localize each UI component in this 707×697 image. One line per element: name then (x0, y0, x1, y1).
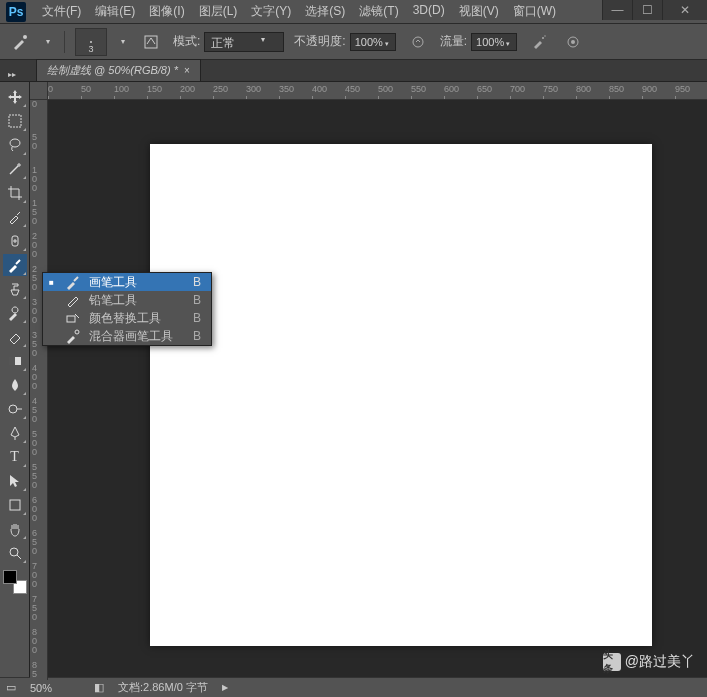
menu-view[interactable]: 视图(V) (453, 0, 505, 23)
tools-panel: T (0, 82, 30, 680)
svg-point-16 (75, 330, 79, 334)
close-button[interactable]: ✕ (662, 0, 707, 20)
foreground-color[interactable] (3, 570, 17, 584)
canvas-viewport[interactable] (48, 100, 707, 680)
marquee-tool[interactable] (3, 110, 27, 132)
zoom-tool[interactable] (3, 542, 27, 564)
panel-toggle-icon[interactable]: ▸▸ (4, 67, 20, 81)
pen-tool[interactable] (3, 422, 27, 444)
dodge-tool[interactable] (3, 398, 27, 420)
document-tab[interactable]: 绘制虚线 @ 50%(RGB/8) * × (36, 59, 201, 81)
crop-tool[interactable] (3, 182, 27, 204)
flyout-item[interactable]: 铅笔工具B (43, 291, 211, 309)
menu-bar: Ps 文件(F) 编辑(E) 图像(I) 图层(L) 文字(Y) 选择(S) 滤… (0, 0, 707, 24)
flow-label: 流量: (440, 33, 467, 50)
blend-mode-select[interactable]: 正常 ▾ (204, 32, 284, 52)
document-tab-strip: ▸▸ 绘制虚线 @ 50%(RGB/8) * × (0, 60, 707, 82)
flow-input[interactable]: 100%▾ (471, 33, 517, 51)
svg-point-4 (544, 35, 545, 36)
horizontal-ruler[interactable]: 0501001502002503003504004505005506006507… (48, 82, 707, 100)
type-tool[interactable]: T (3, 446, 27, 468)
app-logo: Ps (6, 2, 26, 22)
ruler-origin[interactable] (30, 82, 48, 100)
watermark: 头条 @路过美丫 (603, 653, 695, 671)
window-controls: — ☐ ✕ (602, 0, 707, 20)
svg-point-8 (10, 139, 20, 147)
doc-size-info: 文档:2.86M/0 字节 (118, 680, 208, 695)
tool-preset-icon[interactable] (8, 30, 32, 54)
canvas[interactable] (150, 144, 652, 646)
healing-brush-tool[interactable] (3, 230, 27, 252)
svg-rect-15 (67, 316, 75, 322)
eraser-tool[interactable] (3, 326, 27, 348)
status-bar: ▭ 50% ◧ 文档:2.86M/0 字节 ▶ (0, 677, 707, 697)
app-window: Ps 文件(F) 编辑(E) 图像(I) 图层(L) 文字(Y) 选择(S) 滤… (0, 0, 707, 697)
main-area: T 05010015020025030035040045050055060065… (0, 82, 707, 680)
brush-panel-toggle-icon[interactable] (139, 30, 163, 54)
flyout-item[interactable]: 颜色替换工具B (43, 309, 211, 327)
maximize-button[interactable]: ☐ (632, 0, 662, 20)
airbrush-icon[interactable] (527, 30, 551, 54)
mode-label: 模式: (173, 33, 200, 50)
minimize-button[interactable]: — (602, 0, 632, 20)
flyout-item[interactable]: 混合器画笔工具B (43, 327, 211, 345)
status-menu-arrow[interactable]: ▶ (222, 683, 228, 692)
svg-point-0 (23, 35, 27, 39)
menu-image[interactable]: 图像(I) (143, 0, 190, 23)
blur-tool[interactable] (3, 374, 27, 396)
menu-items: 文件(F) 编辑(E) 图像(I) 图层(L) 文字(Y) 选择(S) 滤镜(T… (36, 0, 562, 23)
vertical-ruler[interactable]: 0501001502002503003504004505005506006507… (30, 100, 48, 680)
svg-rect-11 (9, 357, 15, 365)
brush-tool[interactable] (3, 254, 27, 276)
menu-filter[interactable]: 滤镜(T) (353, 0, 404, 23)
brush-tool-flyout: ■画笔工具B铅笔工具B颜色替换工具B混合器画笔工具B (42, 272, 212, 346)
svg-rect-7 (9, 115, 21, 127)
svg-point-12 (9, 405, 17, 413)
svg-point-2 (413, 37, 423, 47)
opacity-input[interactable]: 100%▾ (350, 33, 396, 51)
menu-file[interactable]: 文件(F) (36, 0, 87, 23)
svg-point-6 (571, 40, 575, 44)
watermark-text: @路过美丫 (625, 653, 695, 671)
eyedropper-tool[interactable] (3, 206, 27, 228)
size-pressure-icon[interactable] (561, 30, 585, 54)
menu-type[interactable]: 文字(Y) (245, 0, 297, 23)
tool-preset-dropdown[interactable]: ▾ (42, 37, 54, 46)
lasso-tool[interactable] (3, 134, 27, 156)
status-info-icon[interactable]: ◧ (94, 681, 104, 694)
svg-point-3 (542, 37, 544, 39)
clone-stamp-tool[interactable] (3, 278, 27, 300)
document-tab-title: 绘制虚线 @ 50%(RGB/8) * (47, 63, 178, 78)
tab-close-icon[interactable]: × (184, 65, 190, 76)
path-selection-tool[interactable] (3, 470, 27, 492)
menu-window[interactable]: 窗口(W) (507, 0, 562, 23)
menu-edit[interactable]: 编辑(E) (89, 0, 141, 23)
zoom-level[interactable]: 50% (30, 682, 80, 694)
doc-window-icon[interactable]: ▭ (6, 681, 16, 694)
opacity-pressure-icon[interactable] (406, 30, 430, 54)
history-brush-tool[interactable] (3, 302, 27, 324)
brush-preset-dropdown[interactable]: ▾ (117, 37, 129, 46)
opacity-label: 不透明度: (294, 33, 345, 50)
shape-tool[interactable] (3, 494, 27, 516)
watermark-logo: 头条 (603, 653, 621, 671)
menu-3d[interactable]: 3D(D) (407, 0, 451, 23)
color-swatches[interactable] (3, 570, 27, 594)
workspace: 0501001502002503003504004505005506006507… (30, 82, 707, 680)
options-bar: ▾ 3 ▾ 模式: 正常 ▾ 不透明度: 100%▾ 流量: 100%▾ (0, 24, 707, 60)
hand-tool[interactable] (3, 518, 27, 540)
move-tool[interactable] (3, 86, 27, 108)
brush-preset-picker[interactable]: 3 (75, 28, 107, 56)
svg-point-14 (10, 548, 18, 556)
menu-select[interactable]: 选择(S) (299, 0, 351, 23)
svg-rect-13 (10, 500, 20, 510)
gradient-tool[interactable] (3, 350, 27, 372)
flyout-item[interactable]: ■画笔工具B (43, 273, 211, 291)
menu-layer[interactable]: 图层(L) (193, 0, 244, 23)
magic-wand-tool[interactable] (3, 158, 27, 180)
